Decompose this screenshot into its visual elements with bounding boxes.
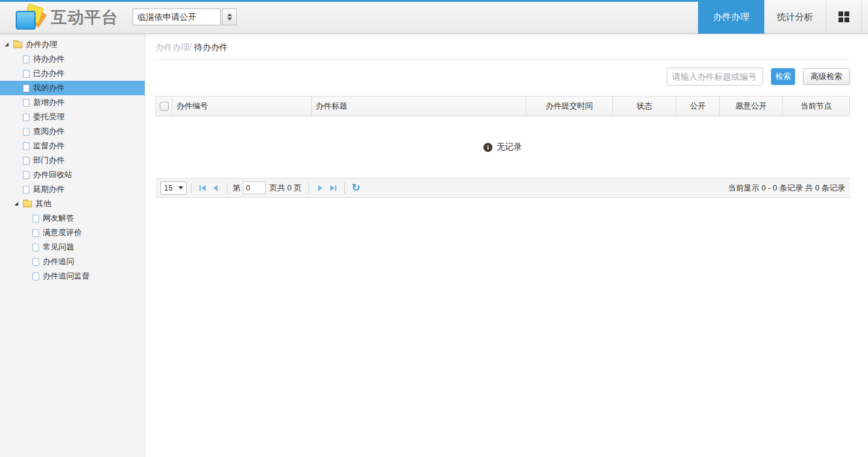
nav-tree: ◢办件办理待办办件已办办件我的办件新增办件委托受理查阅办件监督办件部门办件办件回…	[0, 37, 145, 283]
app-title: 互动平台	[51, 2, 118, 33]
refresh-icon: ↻	[351, 183, 360, 193]
next-page-button[interactable]	[313, 181, 327, 195]
document-icon	[33, 244, 39, 251]
last-page-button[interactable]	[327, 181, 340, 195]
org-selector[interactable]: 临淄依申请公开	[133, 8, 237, 25]
sidebar-item-label: 办件追问	[43, 256, 74, 267]
page-count-label: 页共 0 页	[269, 183, 301, 194]
advanced-search-button[interactable]: 高级检索	[803, 68, 850, 85]
spinner-down-icon	[227, 17, 232, 20]
search-toolbar: 检索 高级检索	[156, 60, 850, 93]
column-header-6[interactable]: 当前节点	[782, 96, 849, 116]
page-size-value: 15	[164, 183, 172, 192]
sidebar-item-2[interactable]: 已办办件	[0, 66, 145, 81]
sidebar-item-label: 已办办件	[33, 68, 64, 79]
column-header-0[interactable]: 办件编号	[172, 96, 311, 116]
column-header-1[interactable]: 办件标题	[311, 96, 526, 116]
tab-1[interactable]: 统计分析	[764, 0, 826, 34]
first-page-button[interactable]	[196, 181, 209, 195]
first-page-icon	[199, 184, 206, 192]
document-icon	[23, 113, 30, 121]
sidebar-nav: ◢办件办理待办办件已办办件我的办件新增办件委托受理查阅办件监督办件部门办件办件回…	[0, 34, 145, 457]
select-all-checkbox[interactable]	[160, 102, 169, 111]
logo-square-blue	[16, 11, 36, 30]
pager-divider	[344, 183, 345, 194]
folder-icon	[13, 42, 22, 48]
pager-divider	[227, 183, 227, 194]
pagination-bar: 15 第 页共 0 页	[156, 178, 850, 198]
empty-state-text: 无记录	[497, 142, 522, 153]
document-icon	[23, 171, 30, 179]
sidebar-item-8[interactable]: 部门办件	[0, 153, 145, 168]
sidebar-item-16[interactable]: 办件追问监督	[0, 269, 145, 283]
document-icon	[33, 229, 39, 237]
document-icon	[23, 128, 30, 136]
refresh-button[interactable]: ↻	[349, 181, 362, 195]
sidebar-item-4[interactable]: 新增办件	[0, 95, 145, 110]
page-number-input[interactable]	[243, 181, 266, 194]
top-nav-tabs: 办件办理统计分析	[698, 0, 868, 34]
prev-page-button[interactable]	[209, 181, 222, 195]
expand-arrow-icon[interactable]: ◢	[14, 201, 23, 206]
grid-icon	[838, 11, 849, 22]
sidebar-item-9[interactable]: 办件回收站	[0, 168, 145, 182]
sidebar-item-label: 其他	[36, 198, 51, 209]
column-header-2[interactable]: 办件提交时间	[526, 96, 612, 116]
document-icon	[23, 186, 30, 194]
column-header-3[interactable]: 状态	[612, 96, 676, 116]
sidebar-item-label: 委托受理	[33, 112, 64, 122]
sidebar-item-label: 办件回收站	[33, 169, 72, 180]
document-icon	[23, 70, 30, 78]
sidebar-item-label: 网友解答	[43, 213, 74, 224]
tabs-filler	[862, 0, 868, 34]
sidebar-item-label: 延期办件	[33, 184, 64, 195]
sidebar-item-13[interactable]: 满意度评价	[0, 225, 145, 240]
sidebar-item-0[interactable]: ◢办件办理	[0, 37, 145, 52]
document-icon	[23, 157, 30, 165]
records-status-text: 当前显示 0 - 0 条记录 共 0 条记录	[728, 183, 845, 194]
app-logo-icon	[16, 5, 45, 30]
sidebar-item-10[interactable]: 延期办件	[0, 182, 145, 197]
folder-icon	[23, 201, 32, 207]
sidebar-item-1[interactable]: 待办办件	[0, 52, 145, 66]
page-size-select[interactable]: 15	[160, 181, 187, 195]
sidebar-item-12[interactable]: 网友解答	[0, 211, 145, 225]
grid-header-row: 办件编号办件标题办件提交时间状态公开愿意公开当前节点	[156, 96, 850, 116]
sidebar-item-label: 部门办件	[33, 155, 64, 166]
search-button[interactable]: 检索	[771, 68, 795, 85]
select-all-cell	[156, 96, 172, 116]
sidebar-item-label: 我的办件	[33, 83, 64, 93]
org-selector-value[interactable]: 临淄依申请公开	[133, 8, 221, 25]
spinner-up-icon	[227, 13, 232, 16]
sidebar-item-label: 常见问题	[43, 242, 74, 253]
search-input[interactable]	[667, 68, 763, 86]
sidebar-item-7[interactable]: 监督办件	[0, 139, 145, 153]
tab-0[interactable]: 办件办理	[698, 0, 764, 34]
sidebar-item-14[interactable]: 常见问题	[0, 240, 145, 254]
document-icon	[23, 99, 30, 107]
sidebar-item-5[interactable]: 委托受理	[0, 110, 145, 124]
records-grid: 办件编号办件标题办件提交时间状态公开愿意公开当前节点 i 无记录	[156, 96, 850, 178]
sidebar-item-3[interactable]: 我的办件	[0, 81, 145, 95]
document-icon	[33, 258, 39, 266]
sidebar-item-label: 查阅办件	[33, 126, 64, 137]
sidebar-item-label: 待办办件	[33, 54, 64, 65]
pager-divider	[309, 183, 309, 194]
expand-arrow-icon[interactable]: ◢	[5, 42, 13, 47]
sidebar-item-label: 新增办件	[33, 97, 64, 108]
sidebar-item-11[interactable]: ◢其他	[0, 197, 145, 211]
document-icon	[33, 273, 39, 280]
next-page-icon	[316, 184, 324, 192]
sidebar-item-label: 满意度评价	[43, 227, 82, 238]
org-selector-spinner-button[interactable]	[222, 8, 237, 25]
sidebar-item-6[interactable]: 查阅办件	[0, 124, 145, 139]
empty-state: i 无记录	[156, 116, 850, 178]
apps-menu-button[interactable]	[826, 0, 862, 34]
breadcrumb-parent: 办件办理/	[156, 42, 192, 52]
last-page-icon	[330, 184, 337, 192]
column-header-4[interactable]: 公开	[676, 96, 719, 116]
sidebar-item-15[interactable]: 办件追问	[0, 254, 145, 269]
sidebar-item-label: 办件追问监督	[43, 271, 90, 282]
breadcrumb: 办件办理/待办办件	[156, 34, 850, 60]
column-header-5[interactable]: 愿意公开	[719, 96, 782, 116]
